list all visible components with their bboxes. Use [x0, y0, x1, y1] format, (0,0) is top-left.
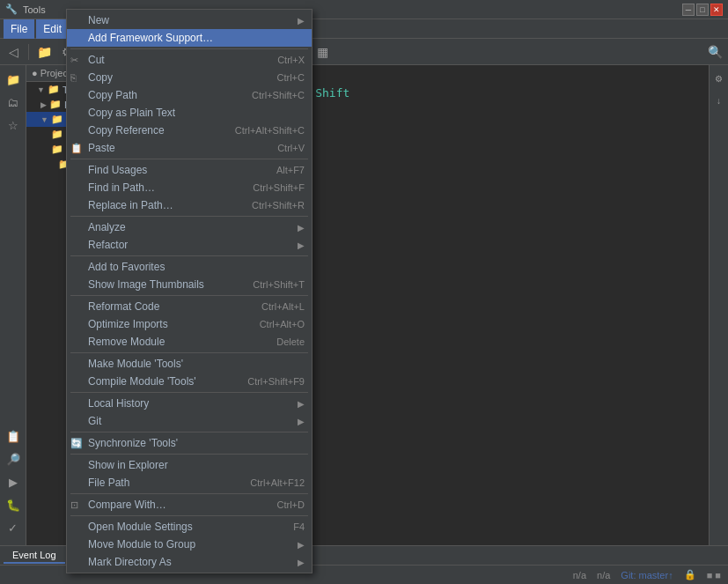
ctx-paste[interactable]: 📋 Paste Ctrl+V — [67, 139, 312, 157]
ctx-make-module-label: Make Module 'Tools' — [88, 358, 183, 370]
ctx-mark-directory-arrow: ▶ — [298, 558, 305, 567]
ctx-copy-ref-shortcut: Ctrl+Alt+Shift+C — [235, 125, 305, 136]
sync-icon: 🔄 — [70, 438, 83, 449]
ctx-compare[interactable]: ⊡ Compare With… Ctrl+D — [67, 496, 312, 514]
ctx-make-module[interactable]: Make Module 'Tools' — [67, 355, 312, 373]
ctx-sep1 — [70, 48, 308, 49]
ctx-analyze-label: Analyze — [88, 221, 126, 233]
context-menu: New ▶ Add Framework Support… ✂ Cut Ctrl+… — [66, 9, 313, 573]
ctx-reformat-label: Reformat Code — [88, 300, 159, 313]
ctx-file-path[interactable]: File Path Ctrl+Alt+F12 — [67, 474, 312, 492]
ctx-new[interactable]: New ▶ — [67, 11, 312, 29]
ctx-cut-label: Cut — [88, 54, 105, 66]
ctx-sep11 — [70, 515, 308, 516]
ctx-compile-shortcut: Ctrl+Shift+F9 — [247, 376, 305, 387]
ctx-module-settings[interactable]: Open Module Settings F4 — [67, 518, 312, 536]
ctx-local-history-arrow: ▶ — [298, 399, 305, 409]
ctx-sep2 — [70, 159, 308, 159]
ctx-sep8 — [70, 432, 308, 432]
ctx-copy-plain-label: Copy as Plain Text — [88, 107, 175, 119]
compare-icon: ⊡ — [70, 499, 78, 511]
ctx-remove-module-shortcut: Delete — [276, 336, 305, 347]
ctx-sep5 — [70, 295, 308, 296]
ctx-compare-shortcut: Ctrl+D — [277, 499, 305, 510]
ctx-move-group-label: Move Module to Group — [88, 538, 195, 551]
ctx-git-label: Git — [88, 415, 101, 427]
ctx-synchronize[interactable]: 🔄 Synchronize 'Tools' — [67, 434, 312, 452]
ctx-thumbnails[interactable]: Show Image Thumbnails Ctrl+Shift+T — [67, 276, 312, 293]
ctx-analyze[interactable]: Analyze ▶ — [67, 218, 312, 236]
ctx-copy-ref-label: Copy Reference — [88, 124, 165, 137]
ctx-show-explorer[interactable]: Show in Explorer — [67, 456, 312, 474]
ctx-optimize-label: Optimize Imports — [88, 318, 168, 330]
ctx-remove-module[interactable]: Remove Module Delete — [67, 333, 312, 351]
ctx-add-favorites-label: Add to Favorites — [88, 261, 165, 273]
paste-icon: 📋 — [70, 143, 83, 154]
ctx-replace-path-shortcut: Ctrl+Shift+R — [252, 200, 305, 211]
ctx-optimize[interactable]: Optimize Imports Ctrl+Alt+O — [67, 315, 312, 333]
ctx-remove-module-label: Remove Module — [88, 336, 165, 348]
ctx-sep7 — [70, 392, 308, 393]
ctx-cut[interactable]: ✂ Cut Ctrl+X — [67, 51, 312, 69]
ctx-thumbnails-shortcut: Ctrl+Shift+T — [253, 279, 305, 290]
ctx-sep3 — [70, 216, 308, 217]
cut-icon: ✂ — [70, 55, 78, 66]
ctx-find-path-shortcut: Ctrl+Shift+F — [253, 182, 305, 193]
ctx-find-path-label: Find in Path… — [88, 181, 155, 194]
ctx-refactor-arrow: ▶ — [298, 240, 305, 250]
ctx-find-usages-shortcut: Alt+F7 — [276, 165, 305, 175]
ctx-reformat-shortcut: Ctrl+Alt+L — [261, 301, 305, 312]
ctx-copy-shortcut: Ctrl+C — [277, 72, 305, 83]
ctx-synchronize-label: Synchronize 'Tools' — [88, 437, 178, 449]
ctx-local-history-label: Local History — [88, 397, 149, 410]
ctx-copy[interactable]: ⎘ Copy Ctrl+C — [67, 69, 312, 86]
ctx-thumbnails-label: Show Image Thumbnails — [88, 278, 204, 291]
ctx-git[interactable]: Git ▶ — [67, 412, 312, 430]
ctx-sep6 — [70, 352, 308, 353]
ctx-add-favorites[interactable]: Add to Favorites — [67, 258, 312, 276]
ctx-cut-shortcut: Ctrl+X — [277, 55, 305, 65]
ctx-find-path[interactable]: Find in Path… Ctrl+Shift+F — [67, 179, 312, 196]
ctx-file-path-label: File Path — [88, 477, 129, 489]
ctx-analyze-arrow: ▶ — [298, 223, 305, 233]
context-menu-overlay: New ▶ Add Framework Support… ✂ Cut Ctrl+… — [0, 0, 728, 584]
ctx-mark-directory-label: Mark Directory As — [88, 556, 172, 568]
ctx-sep9 — [70, 454, 308, 455]
ctx-mark-directory[interactable]: Mark Directory As ▶ — [67, 553, 312, 571]
ctx-copy-path-label: Copy Path — [88, 89, 137, 101]
ctx-add-framework-label: Add Framework Support… — [88, 32, 213, 44]
ctx-refactor[interactable]: Refactor ▶ — [67, 236, 312, 254]
ctx-module-settings-shortcut: F4 — [293, 521, 305, 532]
ctx-copy-path[interactable]: Copy Path Ctrl+Shift+C — [67, 86, 312, 104]
ctx-local-history[interactable]: Local History ▶ — [67, 395, 312, 412]
ctx-show-explorer-label: Show in Explorer — [88, 459, 168, 471]
ctx-replace-path[interactable]: Replace in Path… Ctrl+Shift+R — [67, 196, 312, 214]
ctx-add-framework[interactable]: Add Framework Support… — [67, 29, 312, 47]
ctx-copy-label: Copy — [88, 71, 113, 84]
ctx-refactor-label: Refactor — [88, 239, 128, 251]
ctx-find-usages[interactable]: Find Usages Alt+F7 — [67, 161, 312, 179]
ctx-compile-module-label: Compile Module 'Tools' — [88, 375, 196, 388]
ctx-optimize-shortcut: Ctrl+Alt+O — [260, 319, 305, 329]
ctx-new-arrow: ▶ — [298, 16, 305, 26]
ctx-paste-label: Paste — [88, 142, 115, 154]
ctx-sep4 — [70, 255, 308, 256]
ctx-new-label: New — [88, 14, 109, 26]
ctx-compare-label: Compare With… — [88, 499, 166, 511]
ctx-move-group[interactable]: Move Module to Group ▶ — [67, 536, 312, 553]
ctx-module-settings-label: Open Module Settings — [88, 521, 193, 533]
ctx-sep10 — [70, 493, 308, 494]
ctx-copy-plain[interactable]: Copy as Plain Text — [67, 104, 312, 122]
ctx-file-path-shortcut: Ctrl+Alt+F12 — [250, 477, 305, 488]
ctx-copy-ref[interactable]: Copy Reference Ctrl+Alt+Shift+C — [67, 122, 312, 139]
ctx-paste-shortcut: Ctrl+V — [277, 143, 305, 153]
ctx-move-group-arrow: ▶ — [298, 540, 305, 550]
ctx-replace-path-label: Replace in Path… — [88, 199, 173, 211]
ctx-copy-path-shortcut: Ctrl+Shift+C — [252, 90, 305, 100]
copy-icon: ⎘ — [70, 72, 77, 83]
ctx-compile-module[interactable]: Compile Module 'Tools' Ctrl+Shift+F9 — [67, 373, 312, 390]
ctx-git-arrow: ▶ — [298, 417, 305, 426]
ctx-find-usages-label: Find Usages — [88, 164, 147, 176]
ctx-reformat[interactable]: Reformat Code Ctrl+Alt+L — [67, 298, 312, 315]
